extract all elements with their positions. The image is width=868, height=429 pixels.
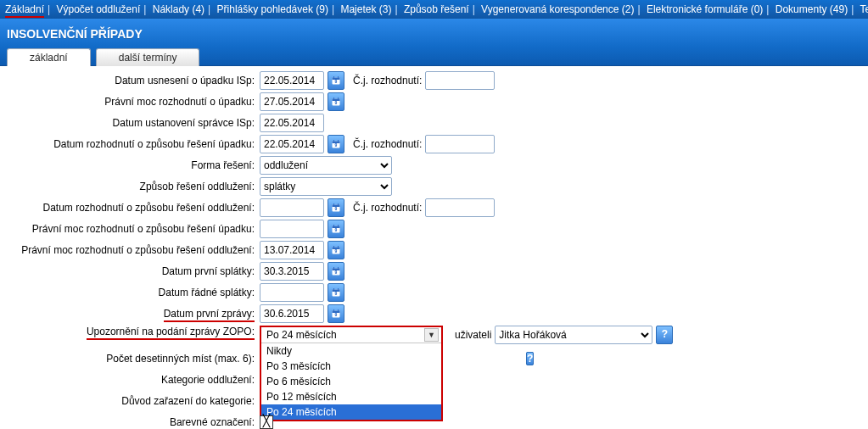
select-upozorneni-zopo[interactable]: Po 24 měsících ▼ Nikdy Po 3 měsících Po … (260, 326, 443, 421)
svg-rect-27 (333, 246, 334, 248)
label-datum-rozhodnuti-upadku: Datum rozhodnutí o způsobu řešení úpadku… (53, 138, 255, 150)
help-button[interactable]: ? (656, 326, 673, 344)
label-datum-prvni-zpravy: Datum první zprávy: (164, 308, 255, 322)
select-user[interactable]: Jitka Hořáková (495, 326, 652, 344)
nav-link-terminy[interactable]: Termíny a lhůty (860, 3, 868, 15)
input-cj3[interactable] (425, 198, 495, 217)
svg-rect-42 (333, 309, 334, 312)
calendar-icon[interactable]: 9 (328, 283, 344, 302)
select-zpusob-oddluzeni[interactable]: splátky (260, 177, 392, 196)
svg-rect-17 (333, 203, 334, 206)
svg-rect-37 (333, 288, 334, 291)
input-datum-rozhodnuti-oddluzeni[interactable] (260, 198, 324, 217)
tab-zakladni[interactable]: základní (7, 48, 91, 66)
nav-link-vypocet[interactable]: Výpočet oddlužení (57, 3, 141, 15)
label-datum-radne-splatky: Datum řádné splátky: (159, 287, 255, 298)
input-pravni-moc-upadku[interactable] (260, 92, 324, 111)
label-cj2: Č.j. rozhodnutí: (353, 138, 422, 150)
option-3m[interactable]: Po 3 měsících (261, 359, 441, 374)
input-pravni-moc-zpusob-oddluzeni[interactable] (260, 241, 324, 259)
page-band: INSOLVENČNÍ PŘÍPADY základní další termí… (0, 19, 868, 66)
label-duvod-kategorie: Důvod zařazení do kategorie: (121, 395, 255, 407)
tab-dalsi-terminy[interactable]: další termíny (96, 48, 200, 66)
label-cj3: Č.j. rozhodnutí: (353, 202, 422, 214)
input-datum-radne-splatky[interactable] (260, 283, 324, 302)
help-button[interactable]: ? (526, 352, 534, 365)
label-cj1: Č.j. rozhodnutí: (353, 75, 422, 86)
select-current-value[interactable]: Po 24 měsících ▼ (261, 327, 441, 343)
calendar-icon[interactable]: 9 (328, 220, 344, 238)
svg-rect-2 (333, 76, 334, 79)
color-none-icon[interactable]: ╳ (260, 415, 273, 429)
calendar-icon[interactable]: 9 (328, 71, 344, 90)
svg-text:9: 9 (335, 206, 338, 211)
label-pravni-moc-zpusob-upadku: Právní moc rozhodnutí o způsobu řešení ú… (32, 223, 255, 235)
label-pocet-desetin: Počet desetinných míst (max. 6): (106, 353, 255, 365)
nav-link-korespondence[interactable]: Vygenerovaná korespondence (2) (481, 3, 634, 15)
svg-text:9: 9 (335, 227, 338, 232)
label-zpusob-oddluzeni: Způsob řešení oddlužení: (140, 181, 255, 192)
calendar-icon[interactable]: 9 (328, 135, 344, 153)
svg-text:9: 9 (335, 312, 338, 317)
input-datum-rozhodnuti-upadku[interactable] (260, 135, 324, 153)
form-tabs: základní další termíny (7, 48, 861, 66)
input-datum-ustanoveni[interactable] (260, 114, 324, 132)
option-6m[interactable]: Po 6 měsících (261, 374, 441, 389)
option-nikdy[interactable]: Nikdy (261, 343, 441, 359)
label-barevne-oznaceni: Barevné označení: (170, 416, 255, 428)
svg-rect-12 (333, 140, 334, 142)
input-datum-prvni-zpravy[interactable] (260, 304, 324, 323)
label-pravni-moc-zpusob-oddluzeni: Právní moc rozhodnutí o způsobu řešení o… (21, 244, 255, 256)
calendar-icon[interactable]: 9 (328, 198, 344, 217)
select-options-list: Nikdy Po 3 měsících Po 6 měsících Po 12 … (261, 343, 441, 420)
svg-rect-38 (338, 288, 339, 291)
input-cj2[interactable] (425, 135, 495, 153)
svg-text:9: 9 (335, 142, 338, 148)
label-uzivateli: uživateli (455, 329, 491, 341)
calendar-icon[interactable]: 9 (328, 92, 344, 111)
nav-link-majetek[interactable]: Majetek (3) (340, 3, 391, 15)
svg-rect-13 (338, 140, 339, 142)
calendar-icon[interactable]: 9 (328, 304, 344, 323)
nav-link-naklady[interactable]: Náklady (4) (153, 3, 204, 15)
input-datum-prvni-splatky[interactable] (260, 262, 324, 281)
label-datum-ustanoveni: Datum ustanovení správce ISp: (113, 117, 255, 129)
svg-rect-33 (338, 267, 339, 270)
input-cj1[interactable] (425, 71, 495, 90)
svg-rect-3 (338, 76, 339, 79)
form-area: Datum usnesení o úpadku ISp: 9 Č.j. rozh… (0, 66, 868, 429)
select-forma-reseni[interactable]: oddlužení (260, 156, 392, 175)
svg-rect-32 (333, 267, 334, 270)
svg-rect-28 (338, 246, 339, 248)
svg-text:9: 9 (335, 291, 338, 296)
calendar-icon[interactable]: 9 (328, 262, 344, 281)
calendar-icon[interactable]: 9 (328, 241, 344, 259)
nav-link-zpusob[interactable]: Způsob řešení (404, 3, 469, 15)
nav-link-prihlasky[interactable]: Přihlášky pohledávek (9) (217, 3, 328, 15)
page-title: INSOLVENČNÍ PŘÍPADY (7, 27, 861, 41)
top-nav: Základní| Výpočet oddlužení| Náklady (4)… (0, 0, 868, 19)
svg-text:9: 9 (335, 270, 338, 275)
svg-rect-8 (338, 98, 339, 100)
nav-link-formulare[interactable]: Elektronické formuláře (0) (647, 3, 763, 15)
svg-rect-18 (338, 203, 339, 206)
label-datum-rozhodnuti-oddluzeni: Datum rozhodnutí o způsobu řešení oddluž… (43, 202, 255, 214)
label-datum-prvni-splatky: Datum první splátky: (162, 265, 255, 277)
svg-text:9: 9 (335, 100, 338, 105)
label-pravni-moc-upadku: Právní moc rozhodnutí o úpadku: (104, 96, 255, 108)
svg-rect-23 (338, 225, 339, 227)
svg-rect-43 (338, 309, 339, 312)
input-datum-usneseni[interactable] (260, 71, 324, 90)
chevron-down-icon: ▼ (424, 328, 439, 342)
label-upozorneni-zopo: Upozornění na podání zprávy ZOPO: (87, 326, 255, 340)
nav-link-dokumenty[interactable]: Dokumenty (49) (776, 3, 848, 15)
label-datum-usneseni: Datum usnesení o úpadku ISp: (115, 75, 255, 86)
label-forma-reseni: Forma řešení: (191, 159, 255, 171)
svg-rect-22 (333, 225, 334, 227)
label-kategorie-oddluzeni: Kategorie oddlužení: (161, 374, 255, 386)
nav-link-zakladni[interactable]: Základní (5, 3, 44, 18)
input-pravni-moc-zpusob-upadku[interactable] (260, 220, 324, 238)
option-24m[interactable]: Po 24 měsících (261, 404, 441, 420)
option-12m[interactable]: Po 12 měsících (261, 389, 441, 404)
svg-text:9: 9 (335, 79, 338, 84)
